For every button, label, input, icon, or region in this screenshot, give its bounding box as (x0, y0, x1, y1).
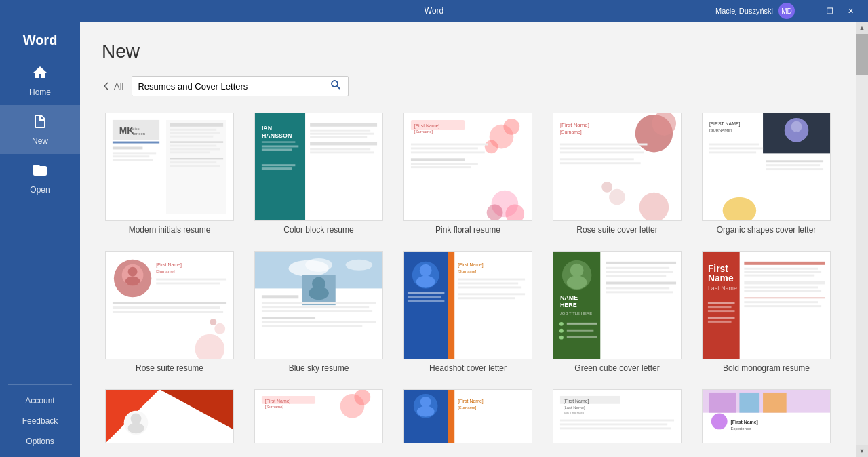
scrollbar: ▲ ▼ (856, 22, 868, 457)
close-button[interactable]: ✕ (841, 4, 860, 18)
svg-rect-65 (560, 151, 644, 153)
template-card[interactable]: NAME HERE JOB TITLE HERE (549, 251, 685, 373)
sidebar-item-account[interactable]: Account (0, 391, 80, 411)
svg-rect-80 (709, 147, 763, 149)
svg-rect-81 (709, 151, 756, 153)
scroll-track[interactable] (856, 34, 868, 445)
template-thumb-rose-suite-resume: [First Name] [Surname] (105, 251, 234, 359)
sidebar-item-new[interactable]: New (0, 105, 80, 154)
svg-rect-144 (567, 336, 597, 338)
svg-point-75 (789, 132, 805, 142)
template-name: Green cube cover letter (574, 363, 659, 373)
svg-rect-198 (560, 420, 674, 422)
template-card[interactable] (102, 389, 237, 448)
template-card[interactable]: [FIRST NAME] [SURNAME] Organic shapes co… (698, 113, 834, 235)
svg-rect-84 (766, 168, 823, 170)
app-body: Word Home New Open (0, 22, 868, 457)
user-avatar[interactable]: MD (778, 3, 795, 19)
svg-rect-145 (606, 262, 676, 264)
sidebar-item-open[interactable]: Open (0, 154, 80, 203)
svg-text:Experience: Experience (731, 427, 751, 431)
svg-point-139 (559, 322, 564, 326)
sidebar-nav: Home New Open (0, 56, 80, 379)
svg-rect-9 (113, 152, 156, 154)
svg-rect-146 (606, 267, 669, 269)
scroll-up-button[interactable]: ▲ (856, 22, 868, 34)
template-thumb-pink-floral: [First Name] [Surname] (403, 113, 532, 221)
svg-rect-7 (113, 141, 159, 143)
template-card[interactable]: First Name Last Name (698, 251, 834, 373)
template-card[interactable]: [First Name] [Surname] (400, 113, 536, 235)
search-button[interactable] (329, 79, 342, 93)
template-card[interactable]: Blue sky resume (251, 251, 387, 373)
template-card[interactable]: [First Name] [Surname] (102, 251, 237, 373)
svg-rect-123 (408, 300, 444, 302)
scroll-thumb[interactable] (856, 34, 868, 75)
template-name: Bold monogram resume (723, 363, 810, 373)
svg-text:[First Name]: [First Name] (564, 399, 589, 404)
svg-point-70 (609, 189, 625, 205)
template-card[interactable]: IAN HANSSON (251, 113, 387, 235)
template-card[interactable]: [First Name] [Last Name] Job Title Here (549, 389, 685, 448)
svg-rect-17 (170, 141, 223, 142)
template-card[interactable]: MK Miss Karleen (102, 113, 237, 235)
maximize-button[interactable]: ❐ (821, 4, 840, 18)
svg-text:Miss: Miss (132, 127, 140, 131)
svg-point-69 (601, 182, 612, 193)
svg-rect-83 (766, 164, 820, 166)
svg-point-104 (346, 260, 373, 271)
scroll-down-button[interactable]: ▼ (856, 445, 868, 457)
svg-point-0 (332, 81, 338, 87)
svg-rect-129 (458, 293, 525, 295)
sidebar-bottom: Account Feedback Options (0, 391, 80, 457)
svg-text:[Surname]: [Surname] (458, 269, 477, 273)
template-thumb-bold-mono: First Name Last Name (702, 251, 831, 359)
template-card[interactable]: [First Name] [Surname] (549, 113, 685, 235)
sidebar-item-home[interactable]: Home (0, 56, 80, 105)
svg-rect-79 (709, 143, 760, 145)
svg-point-48 (485, 140, 498, 153)
sidebar-item-options[interactable]: Options (0, 431, 80, 452)
svg-rect-160 (708, 310, 735, 312)
sidebar-item-options-label: Options (26, 437, 54, 446)
svg-rect-82 (766, 160, 823, 162)
svg-rect-112 (262, 317, 315, 319)
svg-point-57 (487, 204, 503, 220)
svg-text:[Surname]: [Surname] (560, 130, 582, 135)
search-input-wrap (132, 76, 349, 96)
svg-rect-117 (448, 252, 454, 359)
template-card[interactable]: [First Name] [Surname] Headshot cover le… (400, 251, 536, 373)
svg-rect-96 (113, 311, 223, 313)
svg-rect-21 (170, 158, 223, 159)
svg-rect-161 (708, 317, 735, 319)
back-link[interactable]: All (102, 81, 123, 92)
window-controls: — ❐ ✕ (800, 4, 860, 18)
template-name: Rose suite resume (136, 363, 203, 373)
title-bar-title: Word (425, 6, 443, 16)
search-input[interactable] (138, 81, 329, 92)
svg-rect-203 (709, 393, 736, 413)
template-name: Rose suite cover letter (576, 225, 657, 235)
svg-rect-111 (262, 310, 372, 312)
template-card[interactable]: [First Name] [Surname] (251, 389, 387, 448)
open-icon (32, 162, 48, 182)
svg-rect-150 (606, 287, 669, 289)
svg-rect-110 (262, 306, 369, 308)
svg-rect-93 (156, 282, 220, 284)
svg-rect-26 (305, 113, 382, 220)
svg-text:NAME: NAME (560, 294, 578, 301)
svg-point-107 (309, 286, 329, 300)
svg-rect-15 (170, 132, 220, 134)
svg-rect-8 (113, 146, 143, 149)
template-card[interactable]: [First Name] Experience (698, 389, 834, 448)
svg-rect-18 (170, 144, 216, 146)
svg-rect-49 (411, 143, 488, 145)
svg-rect-127 (458, 282, 518, 284)
template-card[interactable]: [First Name] [Surname] (400, 389, 536, 448)
title-bar: Word Maciej Duszyński MD — ❐ ✕ (0, 0, 868, 22)
svg-rect-36 (310, 142, 377, 145)
svg-rect-29 (262, 141, 295, 142)
svg-point-89 (125, 276, 140, 285)
sidebar-item-feedback[interactable]: Feedback (0, 411, 80, 431)
minimize-button[interactable]: — (800, 4, 819, 18)
